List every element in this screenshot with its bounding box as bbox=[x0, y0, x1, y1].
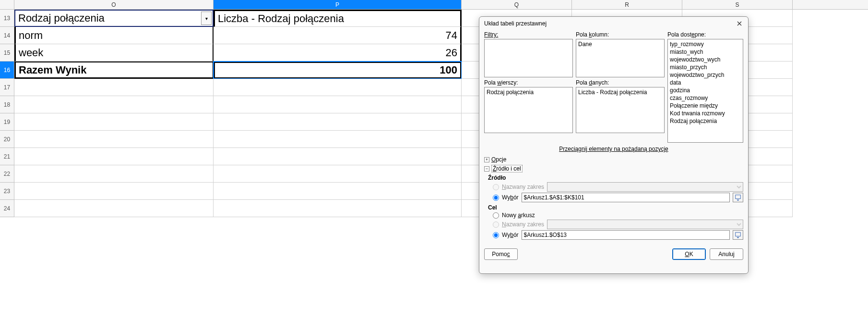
empty-cell[interactable] bbox=[214, 96, 462, 113]
empty-cell[interactable] bbox=[214, 165, 462, 183]
field-item[interactable]: godzina bbox=[670, 86, 741, 94]
options-label: Opcje bbox=[491, 156, 506, 163]
corner-cell[interactable] bbox=[0, 0, 14, 9]
target-named-range-radio bbox=[493, 222, 499, 228]
empty-cell[interactable] bbox=[14, 131, 214, 148]
target-sublabel: Cel bbox=[488, 204, 743, 211]
field-item[interactable]: Kod trwania rozmowy bbox=[670, 110, 741, 117]
source-named-range-label: Nazwany zakres bbox=[502, 184, 544, 190]
field-item[interactable]: miasto_przych bbox=[670, 63, 741, 71]
row-header-13[interactable]: 13 bbox=[0, 10, 14, 27]
empty-cell[interactable] bbox=[214, 183, 462, 200]
pivot-value-cell[interactable]: 26 bbox=[214, 44, 462, 62]
pivot-layout-dialog: Układ tabeli przestawnej Filtry: Pola ko… bbox=[479, 16, 749, 274]
target-selection-row: Wybór bbox=[493, 230, 743, 240]
row-header-18[interactable]: 18 bbox=[0, 96, 14, 113]
empty-cell[interactable] bbox=[214, 79, 462, 96]
pivot-value-cell[interactable]: 74 bbox=[214, 27, 462, 44]
filters-label: Filtry: bbox=[484, 31, 573, 38]
source-selection-radio[interactable] bbox=[493, 195, 499, 201]
filters-area[interactable] bbox=[484, 39, 573, 77]
column-header-P[interactable]: P bbox=[214, 0, 462, 9]
field-item[interactable]: Liczba - Rodzaj połączenia bbox=[578, 88, 662, 96]
empty-cell[interactable] bbox=[14, 148, 214, 165]
row-fields-label: Pola wierszy: bbox=[484, 79, 573, 86]
options-section-header[interactable]: + Opcje bbox=[484, 156, 743, 163]
target-new-sheet-row: Nowy arkusz bbox=[493, 212, 743, 219]
empty-cell[interactable] bbox=[14, 200, 214, 217]
empty-cell[interactable] bbox=[214, 148, 462, 165]
field-item[interactable]: miasto_wych bbox=[670, 48, 741, 56]
row-header-21[interactable]: 21 bbox=[0, 148, 14, 165]
data-fields-area[interactable]: Liczba - Rodzaj połączenia bbox=[576, 87, 665, 133]
pivot-total-value[interactable]: 100 bbox=[214, 62, 462, 79]
column-header-R[interactable]: R bbox=[572, 0, 682, 9]
source-target-section-header[interactable]: − Źródło i cel bbox=[484, 165, 743, 172]
row-header-20[interactable]: 20 bbox=[0, 131, 14, 148]
field-item[interactable]: Rodzaj połączenia bbox=[487, 88, 571, 96]
target-named-range-label: Nazwany zakres bbox=[502, 221, 544, 228]
shrink-icon[interactable] bbox=[733, 230, 743, 240]
source-selection-input[interactable] bbox=[522, 193, 730, 202]
row-header-16[interactable]: 16 bbox=[0, 62, 14, 79]
field-item[interactable]: Rodzaj połączenia bbox=[670, 117, 741, 125]
svg-rect-1 bbox=[736, 233, 741, 236]
row-header-15[interactable]: 15 bbox=[0, 44, 14, 62]
source-named-range-select bbox=[547, 182, 743, 192]
row-header-17[interactable]: 17 bbox=[0, 79, 14, 96]
empty-cell[interactable] bbox=[14, 165, 214, 183]
column-header-S[interactable]: S bbox=[682, 0, 793, 9]
close-icon[interactable] bbox=[736, 20, 743, 27]
field-item[interactable]: Dane bbox=[578, 40, 662, 48]
column-header-O[interactable]: O bbox=[14, 0, 214, 9]
row-header-24[interactable]: 24 bbox=[0, 200, 14, 217]
row-header-22[interactable]: 22 bbox=[0, 165, 14, 183]
empty-cell[interactable] bbox=[14, 113, 214, 131]
pivot-total-label[interactable]: Razem Wynik bbox=[14, 62, 214, 79]
field-item[interactable]: Połączenie między bbox=[670, 102, 741, 110]
field-item[interactable]: typ_rozmowy bbox=[670, 40, 741, 48]
empty-cell[interactable] bbox=[214, 113, 462, 131]
target-named-range-row: Nazwany zakres bbox=[493, 220, 743, 229]
dialog-titlebar[interactable]: Układ tabeli przestawnej bbox=[479, 17, 748, 30]
field-item[interactable]: czas_rozmowy bbox=[670, 94, 741, 102]
available-fields-label: Pola dostępne: bbox=[667, 31, 743, 38]
column-header-Q[interactable]: Q bbox=[462, 0, 572, 9]
column-headers: OPQRS bbox=[0, 0, 868, 10]
empty-cell[interactable] bbox=[14, 96, 214, 113]
row-header-14[interactable]: 14 bbox=[0, 27, 14, 44]
empty-cell[interactable] bbox=[214, 200, 462, 217]
ok-button[interactable]: OK bbox=[672, 248, 706, 260]
source-selection-row: Wybór bbox=[493, 193, 743, 202]
available-fields-area[interactable]: typ_rozmowymiasto_wychwojewodztwo_wychmi… bbox=[667, 39, 743, 143]
field-item[interactable]: wojewodztwo_przych bbox=[670, 71, 741, 79]
pivot-row-field-header[interactable]: Rodzaj połączenia▾ bbox=[14, 10, 214, 27]
expand-plus-icon[interactable]: + bbox=[484, 157, 489, 162]
drag-hint-text: Przeciągnij elementy na pożądaną pozycję bbox=[484, 146, 743, 152]
pivot-row-label[interactable]: week bbox=[14, 44, 214, 62]
empty-cell[interactable] bbox=[214, 131, 462, 148]
row-header-19[interactable]: 19 bbox=[0, 113, 14, 131]
svg-rect-0 bbox=[736, 195, 741, 199]
dropdown-icon[interactable]: ▾ bbox=[201, 12, 212, 25]
column-fields-area[interactable]: Dane bbox=[576, 39, 665, 77]
cancel-button[interactable]: Anuluj bbox=[710, 248, 743, 260]
shrink-icon[interactable] bbox=[733, 193, 743, 202]
row-header-23[interactable]: 23 bbox=[0, 183, 14, 200]
pivot-data-field-header[interactable]: Liczba - Rodzaj połączenia bbox=[214, 10, 462, 27]
target-selection-label: Wybór bbox=[502, 232, 519, 238]
help-button[interactable]: Pomoc bbox=[484, 248, 518, 260]
target-selection-input[interactable] bbox=[522, 230, 730, 240]
source-named-range-radio bbox=[493, 184, 499, 190]
row-fields-area[interactable]: Rodzaj połączenia bbox=[484, 87, 573, 133]
empty-cell[interactable] bbox=[14, 79, 214, 96]
empty-cell[interactable] bbox=[14, 183, 214, 200]
pivot-row-label[interactable]: norm bbox=[14, 27, 214, 44]
field-item[interactable]: wojewodztwo_wych bbox=[670, 56, 741, 63]
collapse-minus-icon[interactable]: − bbox=[484, 166, 489, 172]
field-item[interactable]: data bbox=[670, 79, 741, 86]
data-fields-label: Pola danych: bbox=[576, 79, 665, 86]
source-target-label: Źródło i cel bbox=[491, 165, 523, 172]
target-selection-radio[interactable] bbox=[493, 232, 499, 238]
target-new-sheet-radio[interactable] bbox=[493, 212, 499, 219]
